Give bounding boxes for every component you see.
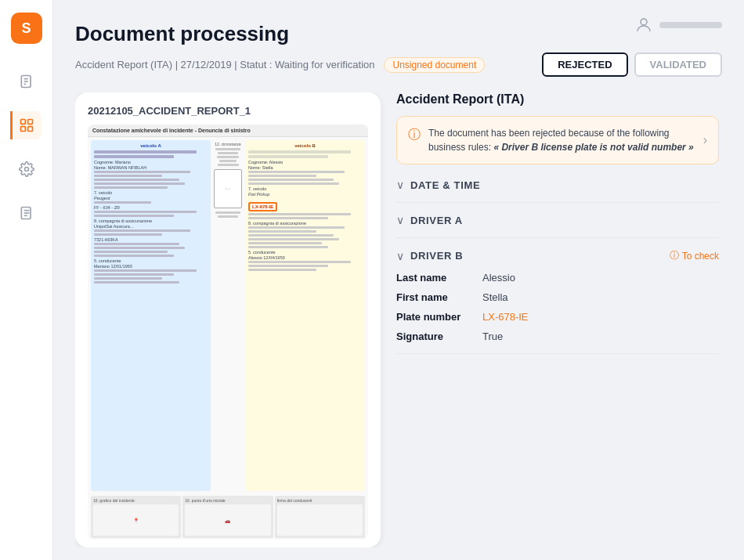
right-panel-title: Accident Report (ITA) [396, 92, 719, 107]
driver-a-section: ∨ DRIVER A [396, 203, 719, 238]
sidebar: S [0, 0, 53, 560]
app-logo[interactable]: S [11, 13, 42, 44]
user-area [634, 16, 722, 34]
main-content: Document processing Accident Report (ITA… [53, 0, 744, 560]
date-time-header[interactable]: ∨ DATE & TIME [396, 179, 719, 191]
driver-b-plate-row: Plate number LX-678-IE [396, 311, 719, 323]
date-time-chevron-icon: ∨ [396, 179, 404, 191]
driver-b-lastname-value: Alessio [482, 272, 515, 284]
svg-point-13 [641, 19, 647, 25]
sidebar-item-scan[interactable] [10, 111, 42, 139]
svg-rect-6 [21, 127, 26, 132]
action-buttons: REJECTED VALIDATED [542, 52, 722, 77]
document-image: Constatazione amichevole di incidente - … [88, 125, 368, 540]
unsigned-badge: Unsigned document [384, 57, 485, 73]
driver-b-label: DRIVER B [410, 250, 463, 262]
svg-rect-7 [28, 127, 33, 132]
user-name-placeholder [659, 22, 722, 28]
date-time-section: ∨ DATE & TIME [396, 168, 719, 203]
driver-b-firstname-row: First name Stella [396, 291, 719, 303]
driver-b-table: Last name Alessio First name Stella Plat… [396, 272, 719, 342]
driver-b-chevron-icon: ∨ [396, 250, 404, 262]
to-check-label: To check [682, 251, 719, 262]
content-area: 20212105_ACCIDENT_REPORT_1 Constatazione… [75, 92, 722, 547]
to-check-icon: ⓘ [670, 249, 679, 262]
sidebar-item-list[interactable] [13, 199, 41, 227]
driver-b-firstname-value: Stella [482, 291, 508, 303]
document-panel: 20212105_ACCIDENT_REPORT_1 Constatazione… [75, 92, 381, 547]
driver-b-firstname-label: First name [396, 291, 482, 303]
driver-b-section: ∨ DRIVER B ⓘ To check Last name Alessio … [396, 238, 719, 354]
driver-b-signature-value: True [482, 331, 503, 342]
alert-chevron-icon: › [703, 133, 707, 147]
driver-b-signature-label: Signature [396, 331, 482, 342]
alert-text: The document has been rejected because o… [428, 126, 695, 154]
validated-button[interactable]: VALIDATED [634, 52, 722, 77]
driver-a-header[interactable]: ∨ DRIVER A [396, 214, 719, 226]
subtitle-row: Accident Report (ITA) | 27/12/2019 | Sta… [75, 52, 722, 77]
driver-a-label: DRIVER A [410, 215, 463, 226]
driver-b-header[interactable]: ∨ DRIVER B ⓘ To check [396, 249, 719, 262]
driver-b-plate-label: Plate number [396, 311, 482, 323]
driver-b-lastname-label: Last name [396, 272, 482, 284]
subtitle-text: Accident Report (ITA) | 27/12/2019 | Sta… [75, 59, 374, 70]
page-title: Document processing [75, 22, 722, 46]
svg-rect-5 [28, 120, 33, 125]
date-time-label: DATE & TIME [410, 179, 480, 191]
driver-b-signature-row: Signature True [396, 331, 719, 342]
to-check-badge: ⓘ To check [670, 249, 719, 262]
alert-icon: ⓘ [408, 127, 421, 143]
sidebar-item-doc[interactable] [13, 67, 41, 96]
sidebar-item-settings[interactable] [13, 155, 41, 183]
right-panel: Accident Report (ITA) ⓘ The document has… [396, 92, 722, 547]
svg-rect-4 [21, 120, 26, 125]
document-filename: 20212105_ACCIDENT_REPORT_1 [88, 105, 368, 117]
rejection-alert[interactable]: ⓘ The document has been rejected because… [396, 116, 719, 164]
rejected-button[interactable]: REJECTED [542, 52, 627, 77]
driver-a-chevron-icon: ∨ [396, 214, 404, 226]
driver-b-plate-value: LX-678-IE [482, 311, 529, 323]
svg-point-8 [24, 168, 28, 172]
driver-b-lastname-row: Last name Alessio [396, 272, 719, 284]
